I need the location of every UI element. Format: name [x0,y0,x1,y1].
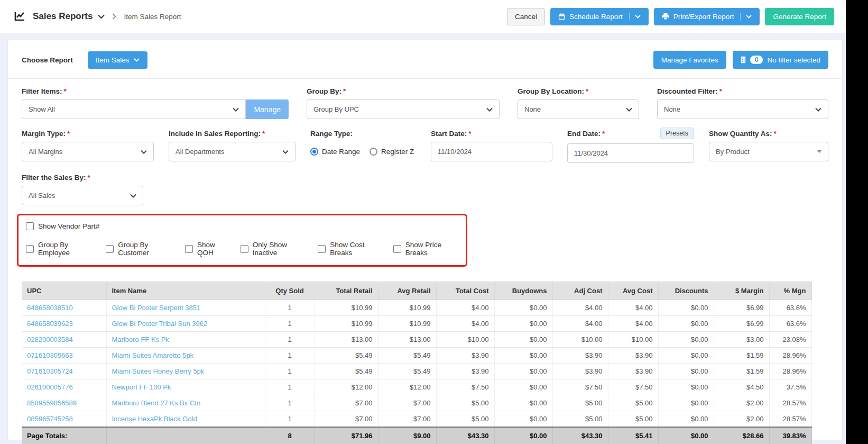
manage-filter-items-button[interactable]: Manage [246,99,289,119]
column-header[interactable]: Buydowns [494,282,552,300]
cell-value: $5.49 [378,348,436,364]
column-header[interactable]: Item Name [106,282,265,300]
group-by-location-field: Group By Location:* None [518,87,639,119]
cell-value: $4.00 [608,300,658,316]
option-checkbox-group-by-customer[interactable]: Group By Customer [106,241,172,257]
presets-button[interactable]: Presets [660,128,694,139]
cell-value: $0.00 [658,316,714,332]
report-type-dropdown[interactable]: Item Sales [88,51,147,69]
upc-link[interactable]: 071610305724 [22,364,106,379]
end-date-input[interactable] [567,143,694,163]
schedule-report-button[interactable]: Schedule Report [550,8,649,25]
manage-favorites-button[interactable]: Manage Favorites [653,51,726,69]
cell-value: $3.90 [436,348,494,364]
column-header[interactable]: % Mgn [769,282,811,300]
cancel-button[interactable]: Cancel [507,8,545,25]
upc-link[interactable]: 071610305663 [22,348,106,364]
column-header[interactable]: Total Retail [315,282,378,300]
filter-items-select[interactable]: Show All [22,99,246,119]
main-content: Choose Report Item Sales Manage Favorite… [0,33,846,444]
filter-sales-by-field: Filter the Sales By:* All Sales [22,174,143,205]
cell-value: $5.00 [552,395,608,411]
item-name-link[interactable]: Miami Suites Honey Berry 5pk [106,364,265,379]
register-z-radio[interactable]: Register Z [370,148,414,156]
group-by-select[interactable]: Group By UPC [307,99,500,119]
cell-value: $5.00 [608,411,658,428]
table-row: 071610305663Miami Suites Amaretto 5pk1$5… [22,348,811,364]
item-name-link[interactable]: Glow Bl Poster Serpent 3851 [106,300,265,316]
cell-value: $5.49 [378,364,436,379]
upc-link[interactable]: 8589559856589 [22,395,106,411]
cell-value: $5.00 [436,411,494,428]
item-name-link[interactable]: Marlboro Blend 27 Ks Bx Ctn [106,395,265,411]
upc-link[interactable]: 648658038510 [22,300,106,316]
checkbox-icon [318,245,326,253]
cell-value: $0.00 [494,395,552,411]
item-name-link[interactable]: Glow Bl Poster Tribal Sun 3962 [106,316,265,332]
chevron-down-icon [233,107,239,112]
column-header[interactable]: Avg Retail [378,282,436,300]
checkbox-icon [26,245,34,253]
item-name-link[interactable]: Miami Suites Amaretto 5pk [106,348,265,364]
cell-value: $6.99 [714,316,769,332]
column-header[interactable]: Total Cost [436,282,494,300]
option-checkbox-show-price-breaks[interactable]: Show Price Breaks [393,241,457,257]
start-date-input[interactable] [431,142,552,161]
total-value [106,427,265,444]
cell-value: $3.90 [608,364,658,379]
item-name-link[interactable]: Newport FF 100 Pk [106,379,265,395]
cell-value: $4.00 [608,316,658,332]
item-name-link[interactable]: Incense HexaPk Black Gold [106,411,265,428]
filter-status-button[interactable]: 0 No filter selected [733,51,828,69]
cell-value: $1.59 [714,364,769,379]
schedule-chevron-down-icon[interactable] [635,15,641,19]
item-name-link[interactable]: Marlboro FF Ks Pk [106,332,265,348]
show-quantity-as-select[interactable]: By Product [709,142,828,161]
upc-link[interactable]: 028200003584 [22,332,106,348]
title-chevron-down-icon[interactable] [98,14,105,19]
upc-link[interactable]: 085965745258 [22,411,106,428]
cell-value: $3.90 [552,364,608,379]
print-chevron-down-icon[interactable] [746,15,752,19]
option-checkbox-only-show-inactive[interactable]: Only Show Inactive [241,241,306,257]
cell-value: $1.59 [714,348,769,364]
column-header[interactable]: Discounts [658,282,714,300]
cell-value: 37.5% [769,379,811,395]
breadcrumb-chevron-right-icon [112,13,116,20]
include-in-sales-select[interactable]: All Departments [169,142,296,161]
column-header[interactable]: Adj Cost [552,282,608,300]
upc-link[interactable]: 026100005776 [22,379,106,395]
total-value: $43.30 [436,427,494,444]
cell-value: $12.00 [378,379,436,395]
breadcrumb: Item Sales Report [124,13,181,21]
column-header[interactable]: UPC [22,282,106,300]
cell-value: $2.00 [714,411,769,428]
group-by-location-select[interactable]: None [518,99,639,119]
cell-value: 1 [265,348,315,364]
column-header[interactable]: Avg Cost [608,282,658,300]
cell-value: $5.49 [315,348,378,364]
date-range-radio[interactable]: Date Range [310,148,360,156]
option-checkbox-show-cost-breaks[interactable]: Show Cost Breaks [318,241,381,257]
highlighted-options-box: Show Vendor Part# Group By EmployeeGroup… [17,214,467,267]
filter-sales-by-select[interactable]: All Sales [22,186,143,205]
show-vendor-part-checkbox[interactable]: Show Vendor Part# [26,222,99,230]
option-checkbox-show-qoh[interactable]: Show QOH [185,241,228,257]
column-header[interactable]: $ Margin [714,282,769,300]
print-export-report-button[interactable]: Print/Export Report [654,8,760,25]
total-value: $43.30 [552,427,608,444]
cell-value: $10.00 [436,332,494,348]
cell-value: 1 [265,379,315,395]
upc-link[interactable]: 648658039623 [22,316,106,332]
option-checkbox-group-by-employee[interactable]: Group By Employee [26,241,93,257]
generate-report-button[interactable]: Generate Report [765,8,834,25]
column-header[interactable]: Qty Sold [265,282,315,300]
margin-type-select[interactable]: All Margins [22,142,154,161]
end-date-field: End Date:* Presets [567,130,694,163]
cell-value: $0.00 [658,379,714,395]
cell-value: $0.00 [494,300,552,316]
screen-right-black-area [846,0,868,444]
discounted-filter-select[interactable]: None [657,99,828,119]
cell-value: $4.00 [552,316,608,332]
filter-items-field: Filter Items:* Show All Manage [22,87,289,119]
